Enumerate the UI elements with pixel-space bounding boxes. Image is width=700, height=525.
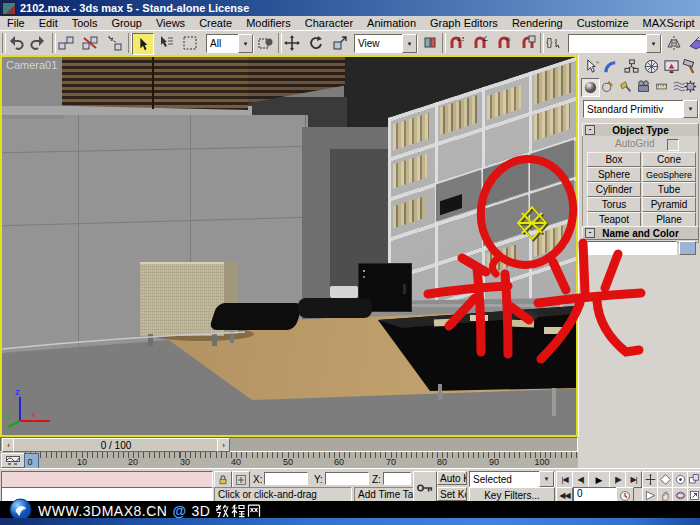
subtab-geometry[interactable] (581, 78, 600, 97)
next-frame-button[interactable]: |▶ (609, 471, 626, 488)
select-rotate-button[interactable] (306, 33, 326, 53)
chevron-down-icon[interactable]: ▼ (539, 471, 554, 487)
time-slider-track[interactable]: ‹ 0 / 100 › (0, 437, 578, 452)
create-plane-button[interactable]: Plane (642, 212, 696, 227)
primitive-category-dropdown[interactable]: Standard Primitiv▼ (583, 100, 699, 118)
menu-edit[interactable]: Edit (32, 16, 65, 30)
time-slider-button[interactable]: 0 / 100 (13, 438, 219, 452)
mini-curve-editor-button[interactable] (1, 453, 25, 468)
create-cone-button[interactable]: Cone (642, 152, 696, 167)
create-teapot-button[interactable]: Teapot (587, 212, 641, 227)
menu-modifiers[interactable]: Modifiers (239, 16, 298, 30)
collapse-icon[interactable]: - (585, 228, 595, 238)
angle-snap-button[interactable]: ∠ (470, 33, 490, 53)
chevron-down-icon[interactable]: ▼ (646, 34, 661, 53)
create-cylinder-button[interactable]: Cylinder (587, 182, 641, 197)
frame-tick-label: 0 (27, 457, 32, 467)
create-torus-button[interactable]: Torus (587, 197, 641, 212)
x-coord-input[interactable] (264, 472, 308, 485)
bind-spacewarp-icon[interactable] (104, 33, 124, 53)
track-bar[interactable]: 0 10 20 30 40 50 60 70 80 90 100 (0, 452, 578, 469)
auto-key-button[interactable]: Auto Key (437, 471, 467, 485)
name-color-rollout-header[interactable]: - Name and Color (582, 226, 699, 240)
zoom-tool-button[interactable] (642, 471, 658, 488)
snap-toggle-button[interactable]: 2.5 (446, 33, 466, 53)
selection-set-dropdown[interactable]: Selected▼ (469, 471, 555, 487)
subtab-helpers[interactable] (653, 78, 670, 95)
menu-file[interactable]: File (0, 16, 32, 30)
align-button[interactable] (686, 33, 700, 53)
previous-frame-button[interactable]: ◀| (572, 471, 589, 488)
menu-character[interactable]: Character (298, 16, 360, 30)
chevron-down-icon[interactable]: ▼ (683, 100, 698, 118)
subtab-shapes[interactable] (599, 78, 616, 95)
create-sphere-button[interactable]: Sphere (587, 167, 641, 182)
tab-utilities[interactable] (680, 57, 698, 75)
select-scale-button[interactable] (330, 33, 350, 53)
unlink-icon[interactable] (80, 33, 100, 53)
zoom-extents-button[interactable] (672, 471, 688, 488)
set-key-button[interactable]: Set Key (437, 487, 467, 501)
menu-group[interactable]: Group (104, 16, 149, 30)
menu-views[interactable]: Views (149, 16, 192, 30)
undo-button[interactable] (6, 33, 26, 53)
selection-lock-button[interactable] (214, 471, 232, 488)
object-color-swatch[interactable] (679, 241, 696, 255)
tab-motion[interactable] (642, 57, 660, 75)
autogrid-checkbox[interactable] (667, 139, 679, 151)
named-selection-dropdown[interactable]: ▼ (568, 34, 662, 53)
y-coord-input[interactable] (325, 472, 369, 485)
create-pyramid-button[interactable]: Pyramid (642, 197, 696, 212)
menu-maxscript[interactable]: MAXScript (636, 16, 700, 30)
tab-display[interactable] (662, 57, 680, 75)
object-type-rollout-header[interactable]: - Object Type (582, 123, 699, 137)
tab-hierarchy[interactable] (622, 57, 640, 75)
selection-region-button[interactable] (180, 33, 200, 53)
viewport-camera01[interactable]: Z x Y Camera01 (0, 55, 578, 437)
menu-graph-editors[interactable]: Graph Editors (423, 16, 505, 30)
subtab-systems[interactable] (682, 78, 699, 95)
collapse-icon[interactable]: - (585, 125, 595, 135)
select-object-button[interactable] (132, 33, 154, 55)
set-keys-button[interactable] (413, 471, 437, 504)
menu-rendering[interactable]: Rendering (505, 16, 570, 30)
window-crossing-toggle[interactable] (256, 33, 276, 53)
tab-create[interactable] (582, 57, 600, 75)
create-box-button[interactable]: Box (587, 152, 641, 167)
select-move-button[interactable] (282, 33, 302, 53)
create-tube-button[interactable]: Tube (642, 182, 696, 197)
absolute-offset-toggle[interactable] (232, 471, 250, 488)
play-button[interactable]: ▶ (588, 471, 610, 488)
percent-snap-button[interactable]: % (494, 33, 514, 53)
zoom-extents-all-button[interactable] (687, 471, 700, 488)
spinner-snap-button[interactable] (518, 33, 538, 53)
select-link-icon[interactable] (56, 33, 76, 53)
menu-customize[interactable]: Customize (570, 16, 636, 30)
zoom-all-button[interactable] (657, 471, 673, 488)
current-frame-field[interactable]: 0 (573, 487, 618, 502)
go-to-start-button[interactable]: |◀ (556, 471, 573, 488)
menu-create[interactable]: Create (192, 16, 239, 30)
menu-tools[interactable]: Tools (65, 16, 105, 30)
next-frame-arrow[interactable]: › (217, 438, 230, 452)
chevron-down-icon[interactable]: ▼ (238, 34, 253, 53)
frame-tick-label: 100 (534, 457, 549, 467)
go-to-end-button[interactable]: ▶| (625, 471, 642, 488)
subtab-lights[interactable] (617, 78, 634, 95)
z-coord-input[interactable] (383, 472, 411, 485)
coord-system-dropdown[interactable]: View▼ (354, 34, 418, 53)
chevron-down-icon[interactable]: ▼ (402, 34, 417, 53)
mirror-button[interactable] (664, 33, 684, 53)
select-by-name-button[interactable] (156, 33, 176, 53)
named-selection-sets-icon[interactable]: {} (544, 33, 564, 53)
manipulate-button[interactable] (420, 33, 440, 53)
viewport-label[interactable]: Camera01 (6, 59, 57, 71)
redo-button[interactable] (28, 33, 48, 53)
subtab-cameras[interactable] (635, 78, 652, 95)
create-geosphere-button[interactable]: GeoSphere (642, 167, 696, 182)
selection-filter-dropdown[interactable]: All▼ (206, 34, 254, 53)
menu-animation[interactable]: Animation (360, 16, 423, 30)
maxscript-listener-macro[interactable] (1, 471, 213, 488)
object-name-input[interactable] (583, 241, 677, 255)
tab-modify[interactable] (602, 57, 620, 75)
